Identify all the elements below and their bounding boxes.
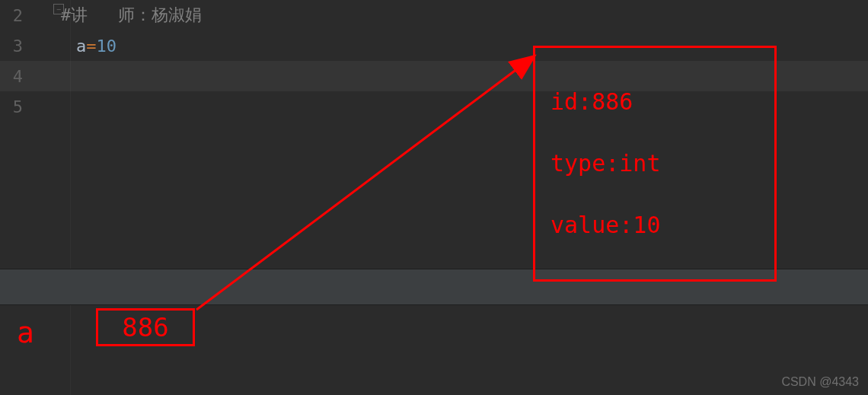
line-number: 5: [0, 97, 38, 116]
comment-text: 师：: [118, 4, 152, 27]
annotation-id-box: 886: [96, 308, 195, 346]
annotation-detail-box: id:886 type:int value:10: [533, 46, 777, 282]
annotation-variable-label: a: [17, 316, 34, 349]
code-variable: a: [76, 37, 86, 56]
comment-text: 杨淑娟: [152, 4, 202, 27]
annotation-id-line: id:886: [550, 88, 759, 116]
code-number: 10: [97, 37, 117, 56]
code-operator: =: [86, 37, 96, 56]
line-number: 3: [0, 37, 38, 56]
watermark: CSDN @4343: [781, 375, 859, 389]
line-number: 4: [0, 67, 38, 86]
annotation-value-line: value:10: [550, 212, 759, 239]
annotation-id-value: 886: [122, 312, 168, 342]
annotation-type-line: type:int: [550, 150, 759, 177]
code-editor: 2 − #讲 师： 杨淑娟 3 a=10 4 5 a 886 id:886 ty…: [0, 0, 868, 395]
code-line[interactable]: 2 − #讲 师： 杨淑娟: [0, 0, 868, 30]
fold-icon[interactable]: −: [53, 4, 64, 14]
line-number: 2: [0, 6, 38, 25]
comment-text: #讲: [61, 4, 88, 27]
